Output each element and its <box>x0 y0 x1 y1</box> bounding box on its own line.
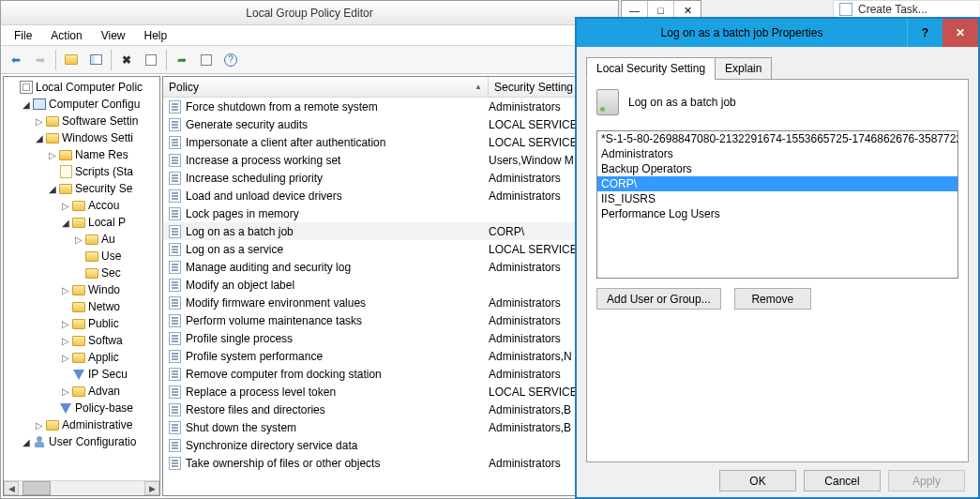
tree-item[interactable]: ◢Local P <box>4 214 159 231</box>
list-row[interactable]: Shut down the systemAdministrators,B <box>163 418 615 436</box>
expand-icon[interactable]: ▷ <box>34 420 45 431</box>
dialog-close-button[interactable]: ✕ <box>942 19 978 47</box>
export-button[interactable]: ➦ <box>171 49 193 71</box>
list-row[interactable]: Log on as a serviceLOCAL SERVICE, <box>163 240 615 258</box>
tree-item[interactable]: ◢Windows Setti <box>4 129 159 146</box>
refresh-button[interactable] <box>195 49 218 71</box>
scroll-thumb[interactable] <box>23 481 51 495</box>
tree-item[interactable]: ◢Security Se <box>4 180 159 197</box>
minimize-button[interactable]: — <box>622 1 648 20</box>
menu-view[interactable]: View <box>94 27 133 44</box>
tree-item[interactable]: IP Secu <box>4 366 159 383</box>
horizontal-scrollbar[interactable]: ◀ ▶ <box>4 480 159 495</box>
tree-item[interactable]: ▷Au <box>4 231 159 248</box>
tree-item[interactable]: Use <box>4 248 159 265</box>
tree-item[interactable]: ▷Advan <box>4 383 159 400</box>
member-item[interactable]: Backup Operators <box>597 161 957 176</box>
tree-item[interactable]: ▷Softwa <box>4 332 159 349</box>
create-task-item[interactable]: Create Task... <box>833 0 979 17</box>
list-row[interactable]: Generate security auditsLOCAL SERVICE, <box>163 115 615 133</box>
list-row[interactable]: Remove computer from docking stationAdmi… <box>163 365 615 383</box>
scroll-track[interactable] <box>51 481 144 495</box>
tree-item[interactable]: ▷Windo <box>4 281 159 298</box>
up-button[interactable] <box>60 49 83 71</box>
tree-item[interactable]: ▷Accou <box>4 197 159 214</box>
list-body[interactable]: Force shutdown from a remote systemAdmin… <box>163 98 615 472</box>
list-row[interactable]: Perform volume maintenance tasksAdminist… <box>163 311 615 329</box>
list-row[interactable]: Increase scheduling priorityAdministrato… <box>163 169 615 187</box>
expand-icon[interactable]: ▷ <box>60 319 71 329</box>
list-row[interactable]: Manage auditing and security logAdminist… <box>163 258 615 276</box>
collapse-icon[interactable]: ◢ <box>47 184 58 194</box>
tree-item[interactable]: Scripts (Sta <box>4 163 159 180</box>
member-item[interactable]: IIS_IUSRS <box>597 191 957 206</box>
column-header-policy[interactable]: Policy ▲ <box>163 77 489 97</box>
expand-icon[interactable]: ▷ <box>60 285 71 295</box>
list-row[interactable]: Synchronize directory service data <box>163 436 615 454</box>
expand-icon[interactable]: ▷ <box>60 353 71 363</box>
list-row[interactable]: Restore files and directoriesAdministrat… <box>163 401 615 418</box>
apply-button[interactable]: Apply <box>888 470 965 491</box>
list-row[interactable]: Log on as a batch jobCORP\ <box>163 222 615 240</box>
ok-button[interactable]: OK <box>719 470 796 491</box>
show-hide-tree-button[interactable] <box>84 49 107 71</box>
cancel-button[interactable]: Cancel <box>804 470 881 491</box>
remove-button[interactable]: Remove <box>734 288 811 310</box>
delete-button[interactable]: ✖ <box>115 49 138 71</box>
members-listbox[interactable]: *S-1-5-80-2698847080-2132291674-15536657… <box>596 130 958 279</box>
expand-icon[interactable]: ▷ <box>60 336 71 346</box>
help-button[interactable]: ? <box>219 49 242 71</box>
add-user-button[interactable]: Add User or Group... <box>596 288 721 310</box>
tab-explain[interactable]: Explain <box>715 57 772 80</box>
expand-icon[interactable]: ▷ <box>47 150 58 160</box>
forward-button[interactable]: ➡ <box>29 49 52 71</box>
member-item[interactable]: *S-1-5-80-2698847080-2132291674-15536657… <box>597 131 957 146</box>
expand-icon[interactable]: ▷ <box>73 234 84 245</box>
menu-action[interactable]: Action <box>43 27 89 44</box>
list-row[interactable]: Profile single processAdministrators <box>163 329 615 347</box>
dialog-title-bar[interactable]: Log on as a batch job Properties ? ✕ <box>577 19 978 47</box>
tree-item[interactable]: ▷Public <box>4 315 159 332</box>
scroll-left-button[interactable]: ◀ <box>4 481 19 495</box>
tree-item[interactable]: ◢Computer Configu <box>4 96 159 113</box>
list-row[interactable]: Modify firmware environment valuesAdmini… <box>163 294 615 311</box>
collapse-icon[interactable]: ◢ <box>34 133 45 144</box>
tree[interactable]: Local Computer Polic◢Computer Configu▷So… <box>4 77 159 450</box>
tree-item[interactable]: Local Computer Polic <box>4 79 159 96</box>
member-item[interactable]: Performance Log Users <box>597 206 957 221</box>
list-row[interactable]: Force shutdown from a remote systemAdmin… <box>163 98 615 115</box>
collapse-icon[interactable]: ◢ <box>21 437 32 447</box>
dialog-help-button[interactable]: ? <box>907 19 942 47</box>
tree-item[interactable]: ◢User Configuratio <box>4 433 159 450</box>
collapse-icon[interactable]: ◢ <box>21 99 32 110</box>
tree-item[interactable]: ▷Administrative <box>4 416 159 433</box>
back-button[interactable]: ⬅ <box>5 49 27 71</box>
properties-button[interactable] <box>140 49 162 71</box>
tree-item[interactable]: Policy-base <box>4 400 159 416</box>
member-item[interactable]: Administrators <box>597 146 957 161</box>
tree-item[interactable]: Netwo <box>4 298 159 315</box>
tree-item[interactable]: ▷Software Settin <box>4 113 159 129</box>
close-button[interactable]: ✕ <box>674 1 701 20</box>
collapse-icon[interactable]: ◢ <box>60 218 71 228</box>
list-row[interactable]: Profile system performanceAdministrators… <box>163 347 615 365</box>
menu-help[interactable]: Help <box>137 27 175 44</box>
expand-icon[interactable]: ▷ <box>60 386 71 397</box>
scroll-right-button[interactable]: ▶ <box>144 481 159 495</box>
list-row[interactable]: Replace a process level tokenLOCAL SERVI… <box>163 383 615 401</box>
tab-local-security[interactable]: Local Security Setting <box>586 57 716 80</box>
list-row[interactable]: Load and unload device driversAdministra… <box>163 187 615 204</box>
expand-icon[interactable]: ▷ <box>34 116 45 127</box>
list-row[interactable]: Take ownership of files or other objects… <box>163 454 615 472</box>
maximize-button[interactable]: □ <box>648 1 674 20</box>
expand-icon[interactable]: ▷ <box>60 201 71 211</box>
menu-file[interactable]: File <box>7 27 39 44</box>
tree-item[interactable]: ▷Applic <box>4 349 159 366</box>
list-row[interactable]: Impersonate a client after authenticatio… <box>163 133 615 151</box>
list-row[interactable]: Lock pages in memory <box>163 204 615 222</box>
tree-item[interactable]: ▷Name Res <box>4 146 159 163</box>
list-row[interactable]: Increase a process working setUsers,Wind… <box>163 151 615 169</box>
member-item[interactable]: CORP\ <box>597 176 957 191</box>
tree-item[interactable]: Sec <box>4 265 159 281</box>
title-bar[interactable]: Local Group Policy Editor <box>1 1 618 25</box>
